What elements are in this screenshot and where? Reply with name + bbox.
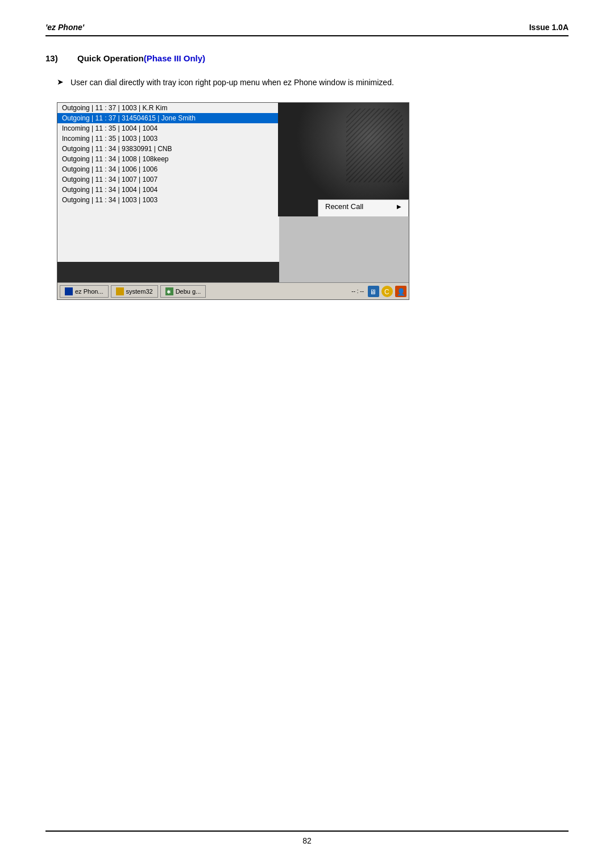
call-list-item[interactable]: Outgoing | 11 : 34 | 1004 | 1004 <box>57 185 279 195</box>
header-issue: Issue 1.0A <box>529 23 569 32</box>
svg-text:👤: 👤 <box>397 287 405 296</box>
call-list-panel: Outgoing | 11 : 37 | 1003 | K.R KimOutgo… <box>57 103 279 262</box>
context-menu-item[interactable]: Monitor Button <box>318 213 408 216</box>
section-heading: 13) Quick Operation(Phase III Only) <box>45 53 569 63</box>
taskbar-debug-icon: ✱ <box>165 287 173 295</box>
taskbar-ezphone-icon <box>65 287 73 295</box>
call-list-item[interactable]: Outgoing | 11 : 34 | 1007 | 1007 <box>57 174 279 185</box>
taskbar-item-debug[interactable]: ✱ Debu g... <box>160 285 206 298</box>
tree-decor <box>346 108 403 182</box>
context-menu-item-label: Recent Call <box>325 202 363 211</box>
content-area: Outgoing | 11 : 37 | 1003 | K.R KimOutgo… <box>57 103 409 282</box>
taskbar-ezphone-label: ez Phon... <box>75 288 103 295</box>
page-number: 82 <box>302 836 312 845</box>
taskbar-time: -- : -- <box>351 288 364 294</box>
context-menu-arrow-icon: ▶ <box>397 203 401 210</box>
taskbar-tray: -- : -- 🖥 C 👤 <box>351 285 406 298</box>
section-title-colored: (Phase III Only) <box>144 53 205 63</box>
description-text: User can dial directly with tray icon ri… <box>70 77 394 89</box>
taskbar-system32-label: system32 <box>126 288 153 295</box>
black-area <box>57 262 279 282</box>
tray-icon-network[interactable]: 🖥 <box>368 286 379 297</box>
photo-panel: Recent Call▶Monitor ButtonOpen Main Wind… <box>278 103 409 216</box>
taskbar-item-ezphone[interactable]: ez Phon... <box>60 285 109 298</box>
section-title: Quick Operation(Phase III Only) <box>77 53 205 63</box>
call-list-item[interactable]: Outgoing | 11 : 34 | 93830991 | CNB <box>57 144 279 154</box>
call-list-item[interactable]: Outgoing | 11 : 34 | 1008 | 108keep <box>57 154 279 164</box>
call-list-item[interactable]: Incoming | 11 : 35 | 1003 | 1003 <box>57 133 279 144</box>
description-block: ➤ User can dial directly with tray icon … <box>45 77 569 89</box>
call-list: Outgoing | 11 : 37 | 1003 | K.R KimOutgo… <box>57 103 279 205</box>
page-header: 'ez Phone' Issue 1.0A <box>45 23 569 36</box>
taskbar-debug-label: Debu g... <box>176 288 201 295</box>
context-menu-item-label: Monitor Button <box>325 215 374 216</box>
taskbar-system32-icon <box>116 287 124 295</box>
section-title-plain: Quick Operation <box>77 53 144 63</box>
call-list-item[interactable]: Outgoing | 11 : 34 | 1006 | 1006 <box>57 164 279 174</box>
call-list-item[interactable]: Incoming | 11 : 35 | 1004 | 1004 <box>57 123 279 133</box>
section-number: 13) <box>45 53 68 63</box>
taskbar: ez Phon... system32 ✱ Debu g... -- : -- <box>57 282 409 299</box>
page: 'ez Phone' Issue 1.0A 13) Quick Operatio… <box>0 0 614 868</box>
tray-icon-person[interactable]: 👤 <box>395 286 406 297</box>
call-list-item[interactable]: Outgoing | 11 : 37 | 1003 | K.R Kim <box>57 103 279 113</box>
call-list-item[interactable]: Outgoing | 11 : 37 | 314504615 | Jone Sm… <box>57 113 279 123</box>
screenshot-container: Outgoing | 11 : 37 | 1003 | K.R KimOutgo… <box>57 102 409 300</box>
header-product-name: 'ez Phone' <box>45 23 84 32</box>
svg-text:✱: ✱ <box>167 289 171 295</box>
call-list-item[interactable]: Outgoing | 11 : 34 | 1003 | 1003 <box>57 195 279 205</box>
svg-text:🖥: 🖥 <box>370 288 376 296</box>
svg-text:C: C <box>384 288 389 296</box>
bullet-arrow: ➤ <box>57 77 64 86</box>
context-menu-item[interactable]: Recent Call▶ <box>318 200 408 213</box>
context-menu[interactable]: Recent Call▶Monitor ButtonOpen Main Wind… <box>318 199 409 216</box>
left-column: Outgoing | 11 : 37 | 1003 | K.R KimOutgo… <box>57 103 279 282</box>
tray-icon-circle-yellow[interactable]: C <box>381 285 393 298</box>
taskbar-item-system32[interactable]: system32 <box>111 285 158 298</box>
page-footer: 82 <box>45 831 569 845</box>
